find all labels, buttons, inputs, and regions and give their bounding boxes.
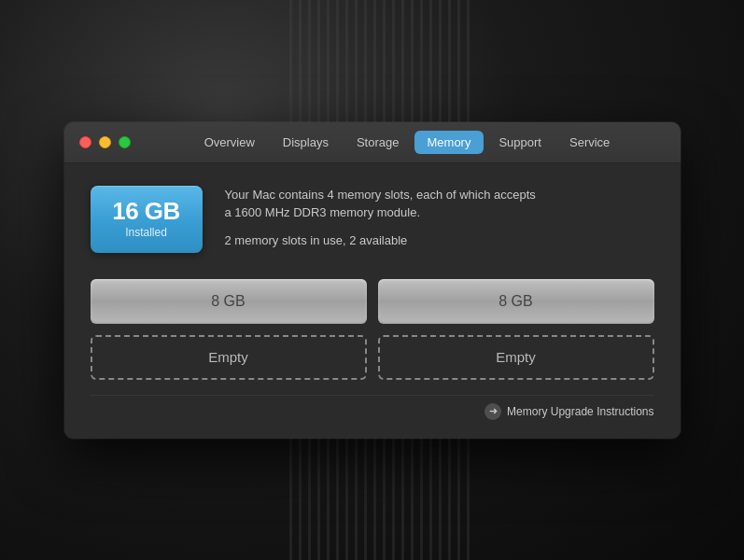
close-button[interactable] — [79, 136, 91, 148]
memory-slot-1: 8 GB — [91, 279, 367, 324]
upgrade-instructions-link[interactable]: ➜ Memory Upgrade Instructions — [484, 403, 653, 420]
tab-displays[interactable]: Displays — [270, 131, 342, 154]
footer: ➜ Memory Upgrade Instructions — [91, 395, 654, 420]
description-line2: a 1600 MHz DDR3 memory module. — [225, 205, 421, 219]
traffic-lights — [79, 136, 131, 148]
memory-slot-3: Empty — [91, 335, 367, 380]
tab-memory[interactable]: Memory — [414, 131, 484, 154]
tab-overview[interactable]: Overview — [191, 131, 268, 154]
upgrade-instructions-label: Memory Upgrade Instructions — [507, 405, 653, 418]
tab-bar: Overview Displays Storage Memory Support… — [149, 131, 666, 154]
tab-support[interactable]: Support — [485, 131, 554, 154]
memory-slot-2: 8 GB — [378, 279, 654, 324]
titlebar: Overview Displays Storage Memory Support… — [64, 122, 681, 163]
arrow-circle-icon: ➜ — [484, 403, 501, 420]
description-line3: 2 memory slots in use, 2 available — [225, 233, 408, 247]
memory-description: Your Mac contains 4 memory slots, each o… — [225, 186, 654, 250]
minimize-button[interactable] — [99, 136, 111, 148]
memory-slot-4: Empty — [378, 335, 654, 380]
mac-window: Overview Displays Storage Memory Support… — [64, 122, 681, 439]
slots-grid: 8 GB 8 GB Empty Empty — [91, 279, 654, 380]
memory-installed-label: Installed — [125, 226, 167, 239]
maximize-button[interactable] — [119, 136, 131, 148]
tab-storage[interactable]: Storage — [344, 131, 413, 154]
content-area: 16 GB Installed Your Mac contains 4 memo… — [64, 163, 681, 439]
memory-badge: 16 GB Installed — [91, 186, 203, 253]
tab-service[interactable]: Service — [556, 131, 623, 154]
description-line1: Your Mac contains 4 memory slots, each o… — [225, 188, 536, 202]
top-section: 16 GB Installed Your Mac contains 4 memo… — [91, 186, 654, 253]
memory-size: 16 GB — [112, 199, 180, 223]
